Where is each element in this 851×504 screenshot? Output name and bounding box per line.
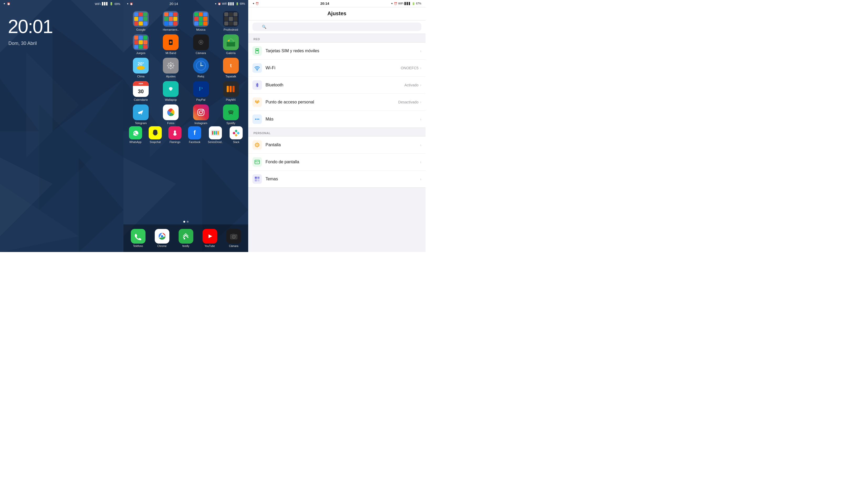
- settings-wifi-value: ONOEFC5: [401, 66, 419, 70]
- app-whatsapp[interactable]: WhatsApp: [129, 126, 142, 144]
- app-tapatalk[interactable]: t Tapatalk: [217, 58, 244, 78]
- svg-rect-84: [258, 177, 260, 179]
- home-dock: Teléfono Chrome: [123, 224, 248, 252]
- svg-rect-69: [232, 234, 234, 235]
- app-ajustes[interactable]: Ajustes: [157, 58, 184, 78]
- settings-fondo-title: Fondo de pantalla: [266, 160, 299, 164]
- settings-bt-title: Bluetooth: [266, 83, 283, 87]
- app-camara-label: Cámara: [196, 51, 206, 55]
- app-musica-folder[interactable]: Música: [188, 11, 214, 31]
- app-fotos[interactable]: Fotos: [157, 105, 184, 125]
- svg-rect-56: [237, 131, 240, 134]
- app-calendario[interactable]: ABR 30 Calendario: [127, 81, 154, 101]
- dock-chrome-label: Chrome: [157, 245, 167, 248]
- settings-row-wifi[interactable]: Wi-Fi ONOEFC5 ›: [248, 59, 425, 77]
- app-wallapop-label: Wallapop: [165, 98, 177, 101]
- svg-point-46: [202, 110, 203, 111]
- app-snapchat[interactable]: Snapchat: [149, 126, 162, 144]
- svg-point-73: [257, 70, 258, 71]
- svg-point-68: [233, 236, 234, 237]
- svg-rect-53: [216, 131, 217, 135]
- settings-battery: 67%: [416, 2, 421, 5]
- settings-bt-chevron: ›: [420, 83, 421, 87]
- app-reloj-label: Reloj: [197, 75, 204, 78]
- svg-rect-72: [256, 50, 258, 51]
- settings-row-sim[interactable]: Tarjetas SIM y redes móviles ›: [248, 42, 425, 59]
- settings-row-mas[interactable]: Más ›: [248, 111, 425, 128]
- app-slack[interactable]: Slack: [230, 126, 243, 144]
- app-camara[interactable]: Cámara: [188, 34, 214, 55]
- app-playmx[interactable]: PlayMX: [217, 81, 244, 101]
- app-herramientas-folder[interactable]: Herramient..: [157, 11, 184, 31]
- app-whatsapp-label: WhatsApp: [129, 141, 142, 144]
- app-grid-row1: Google Herramient..: [123, 8, 248, 31]
- settings-hotspot-title: Punto de acceso personal: [266, 100, 314, 104]
- app-flamingo[interactable]: Flamingo: [169, 126, 181, 144]
- svg-rect-41: [230, 86, 232, 92]
- dock-feedly-label: feedly: [182, 245, 189, 248]
- svg-rect-83: [255, 177, 257, 179]
- app-facebook[interactable]: f Facebook: [188, 126, 201, 144]
- svg-point-62: [183, 238, 185, 239]
- dock-chrome[interactable]: Chrome: [155, 229, 170, 248]
- settings-label-personal: PERSONAL: [248, 128, 425, 136]
- lock-wifi-icon: WiFi: [95, 2, 101, 5]
- svg-rect-26: [227, 42, 235, 47]
- app-grid-row5: Telegram Fotos: [123, 102, 248, 125]
- dock-youtube-label: YouTube: [205, 245, 215, 248]
- lock-battery-text: 69%: [114, 2, 120, 5]
- svg-point-76: [255, 119, 256, 120]
- home-battery: 69%: [240, 2, 245, 5]
- app-google-folder[interactable]: Google: [127, 11, 154, 31]
- app-herramientas-label: Herramient..: [163, 28, 179, 31]
- settings-bt-value: Activado: [405, 83, 419, 87]
- app-paypal-label: PayPal: [196, 98, 206, 101]
- app-instagram-label: Instagram: [194, 122, 207, 125]
- settings-row-temas[interactable]: Temas ›: [248, 170, 425, 187]
- app-paypal[interactable]: P P PayPal: [188, 81, 214, 101]
- app-spotify-label: Spotify: [226, 122, 235, 125]
- svg-rect-55: [233, 131, 236, 134]
- app-juegos[interactable]: Juegos: [127, 34, 154, 55]
- settings-row-fondo[interactable]: Fondo de pantalla ›: [248, 154, 425, 170]
- settings-row-hotspot[interactable]: Punto de acceso personal Desactivado ›: [248, 94, 425, 111]
- home-statusbar: ✦⏰ 20:14 ✦⏰WiFi▋▋▋🔋 69%: [123, 0, 248, 7]
- lock-time: 20:01: [8, 16, 53, 37]
- app-galeria[interactable]: Galería: [217, 34, 244, 55]
- app-instagram[interactable]: Instagram: [188, 105, 214, 125]
- app-miband[interactable]: Mi Band: [157, 34, 184, 55]
- svg-point-70: [236, 235, 236, 236]
- page-dot-1[interactable]: [183, 221, 185, 222]
- svg-point-22: [170, 41, 172, 43]
- settings-pantalla-title: Pantalla: [266, 143, 281, 147]
- app-clima[interactable]: 20° Clima: [127, 58, 154, 78]
- wifi-icon: [254, 65, 260, 71]
- dock-feedly[interactable]: feedly: [179, 229, 193, 248]
- settings-search-input[interactable]: [252, 22, 421, 31]
- dock-telefono-label: Teléfono: [133, 245, 143, 248]
- settings-group-red: Tarjetas SIM y redes móviles › Wi-Fi: [248, 42, 425, 128]
- dock-youtube[interactable]: YouTube: [202, 229, 217, 248]
- settings-mas-chevron: ›: [420, 117, 421, 121]
- dock-telefono[interactable]: Teléfono: [131, 229, 145, 248]
- settings-row-bluetooth[interactable]: Bluetooth Activado ›: [248, 77, 425, 94]
- svg-point-25: [200, 41, 202, 43]
- app-wallapop[interactable]: Wallapop: [157, 81, 184, 101]
- app-telegram[interactable]: Telegram: [127, 105, 154, 125]
- app-proandroid-folder[interactable]: ProAndroid: [217, 11, 244, 31]
- dock-camera[interactable]: Cámara: [226, 229, 241, 248]
- app-spotify[interactable]: Spotify: [217, 105, 244, 125]
- svg-point-77: [256, 119, 258, 120]
- app-grid-row6: WhatsApp Snapchat Flamingo f: [123, 125, 248, 144]
- settings-pantalla-chevron: ›: [420, 143, 421, 147]
- page-dot-2[interactable]: [187, 221, 189, 222]
- sim-icon: [254, 48, 260, 54]
- app-seriesdroid[interactable]: SeriesDroid..: [208, 126, 223, 144]
- app-grid-row3: 20° Clima Ajustes: [123, 55, 248, 78]
- settings-hotspot-chevron: ›: [420, 100, 421, 104]
- more-icon: [254, 116, 260, 122]
- settings-row-pantalla[interactable]: Pantalla ›: [248, 137, 425, 154]
- settings-mas-title: Más: [266, 117, 273, 121]
- app-reloj[interactable]: Reloj: [188, 58, 214, 78]
- home-screen: ✦⏰ 20:14 ✦⏰WiFi▋▋▋🔋 69%: [123, 0, 248, 252]
